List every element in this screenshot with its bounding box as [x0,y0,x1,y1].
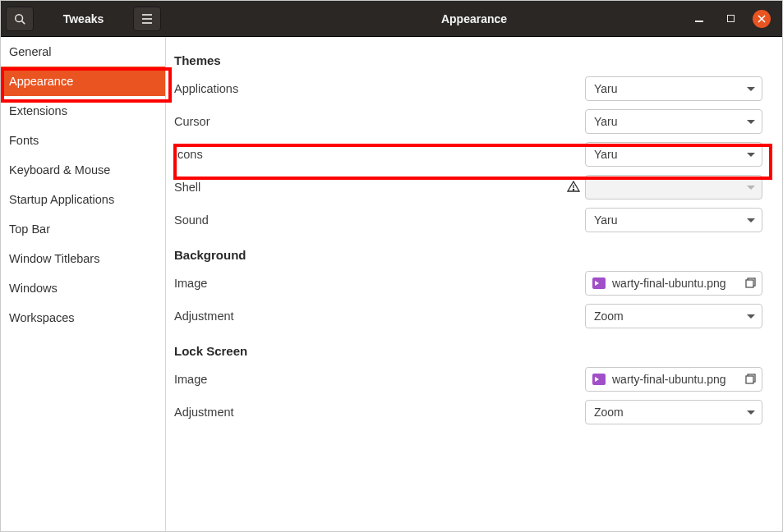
combo-icons-value: Yaru [594,148,742,161]
sidebar-item-fonts[interactable]: Fonts [1,126,165,155]
svg-rect-10 [746,280,753,287]
label-applications: Applications [174,82,585,95]
row-bg-adjustment: Adjustment Zoom [174,300,762,332]
combo-bg-adjustment[interactable]: Zoom [585,304,762,328]
chevron-down-icon [747,410,755,415]
sidebar-item-keyboard-mouse[interactable]: Keyboard & Mouse [1,155,165,185]
sidebar-item-window-titlebars[interactable]: Window Titlebars [1,244,165,273]
hamburger-icon [141,14,153,24]
section-title-lockscreen: Lock Screen [174,344,762,358]
row-ls-adjustment: Adjustment Zoom [174,396,762,429]
combo-icons[interactable]: Yaru [585,142,762,167]
label-shell: Shell [174,181,567,194]
label-bg-adjustment: Adjustment [174,310,585,323]
combo-applications[interactable]: Yaru [585,76,762,101]
search-icon [14,13,25,25]
content: Themes Applications Yaru Cursor Yaru Ico… [166,37,782,531]
row-applications: Applications Yaru [174,72,762,105]
close-icon [758,15,766,23]
maximize-icon [727,15,735,22]
sidebar-item-startup-applications[interactable]: Startup Applications [1,185,165,214]
search-button[interactable] [6,7,34,31]
combo-sound[interactable]: Yaru [585,208,762,232]
label-bg-image: Image [174,277,585,290]
hamburger-menu-button[interactable] [133,7,161,31]
row-icons: Icons Yaru [174,138,762,171]
open-dialog-icon [745,277,757,289]
svg-point-0 [16,14,23,21]
filechooser-ls-image-value: warty-final-ubuntu.png [612,373,739,386]
combo-cursor-value: Yaru [594,115,742,128]
headerbar-left: Tweaks [1,1,166,36]
sidebar: General Appearance Extensions Fonts Keyb… [1,37,166,531]
label-icons: Icons [174,148,585,161]
headerbar: Tweaks Appearance [1,1,782,37]
chevron-down-icon [747,153,755,157]
section-title-background: Background [174,248,762,262]
filechooser-bg-image-value: warty-final-ubuntu.png [612,277,739,290]
label-cursor: Cursor [174,115,585,128]
combo-ls-adjustment-value: Zoom [594,406,742,419]
window-controls [690,10,782,28]
label-sound: Sound [174,213,585,227]
combo-ls-adjustment[interactable]: Zoom [585,400,762,424]
svg-rect-12 [746,376,753,383]
chevron-down-icon [747,120,755,124]
window-minimize-button[interactable] [690,10,708,28]
sidebar-item-general[interactable]: General [1,37,165,66]
combo-shell [585,175,762,200]
sidebar-item-workspaces[interactable]: Workspaces [1,303,165,332]
filechooser-bg-image[interactable]: warty-final-ubuntu.png [585,271,762,296]
sidebar-item-appearance[interactable]: Appearance [1,66,165,96]
combo-sound-value: Yaru [594,213,742,227]
image-icon [592,374,606,385]
row-cursor: Cursor Yaru [174,105,762,138]
main-area: General Appearance Extensions Fonts Keyb… [1,37,782,531]
sidebar-item-extensions[interactable]: Extensions [1,96,165,126]
page-title: Appearance [441,12,507,25]
combo-cursor[interactable]: Yaru [585,109,762,134]
combo-applications-value: Yaru [594,82,742,95]
row-sound: Sound Yaru [174,204,762,236]
chevron-down-icon [747,87,755,91]
window-close-button[interactable] [753,10,771,28]
warning-icon [567,180,580,195]
sidebar-item-top-bar[interactable]: Top Bar [1,214,165,244]
minimize-icon [695,21,703,22]
label-ls-image: Image [174,373,585,386]
chevron-down-icon [747,186,755,190]
window-maximize-button[interactable] [721,10,739,28]
svg-line-1 [22,21,25,24]
open-dialog-icon [745,374,757,385]
row-shell: Shell [174,171,762,204]
label-ls-adjustment: Adjustment [174,406,585,419]
sidebar-item-windows[interactable]: Windows [1,273,165,303]
image-icon [592,277,606,289]
svg-point-8 [573,189,573,190]
app-name: Tweaks [39,12,128,25]
section-title-themes: Themes [174,53,762,67]
chevron-down-icon [747,218,755,222]
combo-bg-adjustment-value: Zoom [594,310,742,323]
headerbar-right: Appearance [166,1,782,36]
row-ls-image: Image warty-final-ubuntu.png [174,363,762,396]
chevron-down-icon [747,314,755,319]
filechooser-ls-image[interactable]: warty-final-ubuntu.png [585,367,762,392]
row-bg-image: Image warty-final-ubuntu.png [174,267,762,300]
